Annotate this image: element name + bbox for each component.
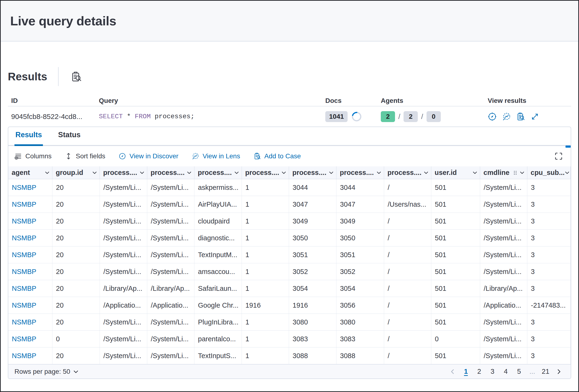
- grid-cell: 1: [242, 247, 289, 263]
- docs-count-badge: 1041: [325, 111, 348, 122]
- grid-cell: /: [384, 314, 431, 330]
- case-icon: [253, 152, 261, 160]
- grid-cell: /System/Li...: [480, 213, 527, 229]
- grid-column-header-process[interactable]: process....: [289, 166, 336, 179]
- grid-cell: 20: [52, 213, 100, 229]
- table-row: NSMBP20/Applicatio.../Applicatio...Googl…: [8, 297, 571, 314]
- grid-cell: /System/Li...: [147, 347, 194, 364]
- grid-cell: 3050: [336, 230, 384, 246]
- page-title: Live query details: [10, 13, 116, 28]
- query-id-value: 9045fcb8-8522-4cd8...: [11, 113, 82, 121]
- view-in-lens-button[interactable]: View in Lens: [192, 152, 240, 160]
- tab-results[interactable]: Results: [14, 131, 43, 146]
- grid-column-header-process[interactable]: process....: [194, 166, 242, 179]
- grid-cell: 1: [242, 331, 289, 347]
- agent-link-cell[interactable]: NSMBP: [8, 196, 52, 213]
- column-label: process....: [245, 169, 279, 177]
- columns-button[interactable]: Columns: [14, 152, 52, 160]
- pagination-next-icon[interactable]: [553, 366, 565, 377]
- chevron-down-icon: [140, 170, 145, 175]
- view-in-lens-icon[interactable]: [502, 112, 511, 121]
- summary-col-agents: Agents: [377, 97, 484, 105]
- pagination-page-4[interactable]: 4: [500, 366, 511, 377]
- agent-link-cell[interactable]: NSMBP: [8, 230, 52, 246]
- column-label: process....: [198, 169, 232, 177]
- grid-cell: 3044: [289, 179, 336, 196]
- lens-icon: [192, 152, 199, 160]
- grid-column-header-process[interactable]: process....: [147, 166, 194, 179]
- chevron-down-icon: [565, 170, 570, 175]
- agent-link-cell[interactable]: NSMBP: [8, 347, 52, 364]
- pagination-page-5[interactable]: 5: [513, 366, 525, 377]
- chevron-down-icon: [519, 170, 525, 175]
- grid-column-header-process[interactable]: process....: [336, 166, 384, 179]
- grid-cell: SafariLaun...: [194, 280, 242, 297]
- column-label: process....: [340, 169, 374, 177]
- grid-cell: 1: [242, 230, 289, 246]
- agent-link-cell[interactable]: NSMBP: [8, 247, 52, 263]
- agent-link-cell[interactable]: NSMBP: [8, 263, 52, 280]
- column-label: process....: [103, 169, 137, 177]
- tab-status[interactable]: Status: [57, 131, 81, 146]
- table-row: NSMBP20/System/Li.../System/Li...AirPlay…: [8, 196, 571, 213]
- pagination-ellipsis: ...: [527, 366, 538, 377]
- add-to-case-button[interactable]: Add to Case: [253, 152, 301, 160]
- grid-cell: /Applicatio...: [100, 297, 147, 314]
- agent-link-cell[interactable]: NSMBP: [8, 297, 52, 314]
- view-in-lens-label: View in Lens: [203, 152, 240, 160]
- pagination-prev-icon[interactable]: [447, 366, 458, 377]
- column-label: group.id: [56, 169, 83, 177]
- sort-fields-button[interactable]: Sort fields: [65, 152, 105, 160]
- agent-link-cell[interactable]: NSMBP: [8, 213, 52, 229]
- open-full-results-icon[interactable]: [530, 112, 539, 121]
- pagination-page-21[interactable]: 21: [540, 366, 551, 377]
- pagination-page-2[interactable]: 2: [474, 366, 485, 377]
- grid-cell: Google Chr...: [194, 297, 242, 314]
- grid-cell: /Library/Ap...: [100, 280, 147, 297]
- inspect-results-icon[interactable]: [516, 112, 525, 121]
- grid-cell: PlugInLibra...: [194, 314, 242, 330]
- pagination-page-1[interactable]: 1: [460, 366, 472, 377]
- grid-cell: /: [384, 347, 431, 364]
- grid-cell: diagnostic...: [194, 230, 242, 246]
- grid-cell: 20: [52, 347, 100, 364]
- grid-cell: /System/Li...: [147, 331, 194, 347]
- grid-cell: 3: [527, 179, 571, 196]
- agent-link-cell[interactable]: NSMBP: [8, 314, 52, 330]
- table-row: NSMBP20/Library/Ap.../Library/Ap...Safar…: [8, 280, 571, 297]
- vertical-divider: [58, 67, 59, 86]
- horizontal-scrollbar-thumb[interactable]: [566, 145, 571, 148]
- grid-cell: 501: [431, 263, 480, 280]
- grid-column-header-cmdline[interactable]: cmdline: [480, 166, 527, 179]
- grid-cell: 1: [242, 280, 289, 297]
- grid-cell: /Users/nas...: [384, 196, 431, 213]
- grid-cell: /: [384, 297, 431, 314]
- grid-cell: /System/Li...: [100, 213, 147, 229]
- agent-link-cell[interactable]: NSMBP: [8, 331, 52, 347]
- rows-per-page-button[interactable]: Rows per page: 50: [14, 368, 79, 375]
- view-results-actions: [484, 106, 571, 127]
- grid-cell: 3083: [336, 331, 384, 347]
- view-in-discover-label: View in Discover: [130, 152, 178, 160]
- inspect-icon[interactable]: [71, 71, 82, 82]
- grid-column-header-cpu_sub[interactable]: cpu_sub...: [527, 166, 571, 179]
- view-in-discover-button[interactable]: View in Discover: [119, 152, 178, 160]
- grid-cell: /System/Li...: [147, 230, 194, 246]
- grid-column-header-process[interactable]: process....: [384, 166, 431, 179]
- grid-column-header-process[interactable]: process....: [242, 166, 289, 179]
- grid-cell: /: [384, 280, 431, 297]
- chevron-down-icon: [424, 170, 429, 175]
- live-query-details-page: Live query details Results ID Query: [0, 0, 579, 392]
- grid-column-header-agent[interactable]: agent: [8, 166, 52, 179]
- grid-cell: /System/Li...: [480, 230, 527, 246]
- grid-column-header-process[interactable]: process....: [100, 166, 147, 179]
- grid-column-header-userid[interactable]: user.id: [431, 166, 480, 179]
- pagination-page-3[interactable]: 3: [487, 366, 498, 377]
- grid-cell: 1: [242, 196, 289, 213]
- grid-cell: 20: [52, 230, 100, 246]
- agent-link-cell[interactable]: NSMBP: [8, 179, 52, 196]
- fullscreen-icon[interactable]: [554, 152, 563, 161]
- agent-link-cell[interactable]: NSMBP: [8, 280, 52, 297]
- grid-column-header-groupid[interactable]: group.id: [52, 166, 100, 179]
- view-in-discover-icon[interactable]: [488, 112, 497, 121]
